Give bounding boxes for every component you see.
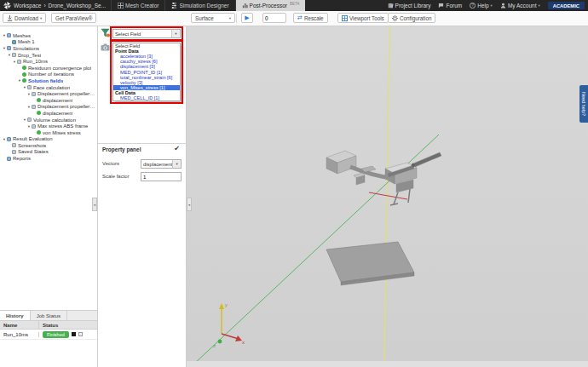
tree-item-max-stress-abs-frame[interactable]: ▾Max stress ABS frame — [0, 123, 96, 129]
tree-item-volume-calculation[interactable]: ▾Volume calculation — [0, 117, 96, 123]
result-icon — [37, 111, 41, 115]
app-tabs: Mesh Creator Simulation Designer Post-Pr… — [111, 0, 305, 11]
simscale-logo-icon[interactable] — [3, 2, 11, 9]
representation-select[interactable]: Surface ▾ — [191, 13, 235, 23]
tree-item-screenshots[interactable]: Screenshots — [0, 142, 96, 149]
vectors-select[interactable]: displacement ▾ — [141, 159, 182, 169]
calculation-icon — [27, 118, 32, 122]
tree-item-displacement-1[interactable]: displacement — [0, 97, 96, 104]
vectors-label: Vectors — [102, 161, 119, 166]
collapse-tree-panel-handle[interactable]: ◂ — [92, 198, 97, 211]
configuration-button[interactable]: Configuration — [388, 13, 435, 23]
help-icon: ? — [470, 3, 476, 9]
tab-post-processor[interactable]: Post-Processor BETA — [235, 0, 306, 11]
tree-item-displacement-propeller-tip-1[interactable]: ▾Displacement propeller tip 1 — [0, 90, 96, 97]
play-icon: ▶ — [245, 14, 249, 21]
history-tabs: History Job Status — [0, 311, 97, 321]
tree-item-label: Face calculation — [33, 85, 70, 90]
history-row[interactable]: Run_10ms Finished — [0, 330, 97, 340]
get-paraview-button[interactable]: Get ParaView® — [51, 13, 96, 23]
frame-input[interactable] — [262, 13, 286, 23]
drone-model — [326, 151, 441, 205]
tree-item-reports[interactable]: Reports — [0, 155, 96, 162]
filters-icon[interactable] — [101, 28, 110, 37]
camera-icon[interactable] — [101, 43, 110, 51]
result-icon — [37, 98, 41, 102]
forum-link[interactable]: Forum — [438, 3, 462, 9]
apply-check-icon[interactable]: ✔ — [174, 145, 180, 152]
scale-factor-input[interactable] — [141, 172, 182, 181]
project-name[interactable]: Drone_Workshop_Se... — [49, 3, 106, 9]
viewport-bottom-strip — [187, 361, 588, 367]
mesh-grid-icon — [118, 3, 124, 9]
download-label: Download — [14, 15, 38, 21]
rescale-button[interactable]: ⇄ Rescale — [293, 13, 328, 23]
tree-item-saved-states[interactable]: Saved States — [0, 149, 96, 156]
tree-item-run-10ms[interactable]: ▾Run_10ms — [0, 58, 96, 65]
saved-states-icon — [12, 150, 16, 154]
tree-item-face-calculation[interactable]: ▾Face calculation — [0, 84, 96, 91]
tree-item-displacement-2[interactable]: displacement — [0, 110, 96, 117]
tree-item-displacement-propeller-tip-2[interactable]: ▾Displacement propeller tip 2 — [0, 104, 96, 111]
run-name: Run_10ms — [0, 332, 39, 337]
collapse-filter-panel-handle[interactable]: ◂ — [187, 198, 192, 211]
tab-job-status[interactable]: Job Status — [31, 311, 67, 320]
need-help-label: Need help? — [581, 92, 586, 116]
field-option[interactable]: MED_CELL_ID [1] — [113, 95, 180, 100]
axis-x-label: x — [242, 340, 245, 345]
calculation-icon — [27, 85, 32, 89]
tree-item-drop-test[interactable]: ▾Drop_Test — [0, 52, 96, 59]
world-axes — [193, 26, 439, 367]
my-account-menu[interactable]: My Account ▾ — [500, 3, 540, 9]
mesh-icon — [12, 40, 16, 44]
result-icon — [22, 72, 26, 77]
simulation-icon — [12, 53, 16, 57]
chevron-down-icon: ▾ — [40, 16, 42, 20]
tree-item-mesh-1[interactable]: Mesh 1 — [0, 39, 96, 46]
tree-item-number-of-iterations[interactable]: Number of iterations — [0, 72, 96, 78]
project-library-link[interactable]: Project Library — [388, 3, 431, 9]
user-icon — [500, 3, 506, 9]
breadcrumb: Workspace › Drone_Workshop_Se... — [0, 0, 111, 11]
gear-icon — [392, 15, 398, 21]
workspace-label[interactable]: Workspace — [14, 3, 41, 9]
toolbar-divider — [236, 14, 237, 23]
property-panel-title: Property panel — [102, 146, 141, 152]
folder-icon — [7, 137, 11, 141]
tree-item-label: Displacement propeller tip 1 — [37, 91, 96, 96]
chevron-down-icon: ▾ — [229, 16, 231, 20]
tree-item-label: Residuum convergence plot — [28, 66, 91, 71]
viewport-3d-scene[interactable]: y x z — [187, 26, 588, 367]
run-icon — [17, 60, 21, 64]
viewport-3d[interactable]: y x z — [187, 26, 588, 367]
need-help-tab[interactable]: Need help? — [579, 85, 588, 123]
tree-item-residuum-convergence-plot[interactable]: Residuum convergence plot — [0, 65, 96, 72]
collapse-left-icon: ◂ — [188, 203, 190, 207]
tree-item-label: Saved States — [18, 149, 49, 154]
tree-item-simulations[interactable]: ▾Simulations — [0, 45, 96, 52]
help-label: Help — [477, 3, 488, 9]
rescale-label: Rescale — [304, 15, 324, 21]
help-menu[interactable]: ? Help ▾ — [470, 3, 493, 9]
status-badge: Finished — [43, 331, 69, 338]
download-button[interactable]: Download ▾ — [3, 13, 46, 23]
project-tree-panel: ▾Meshes Mesh 1 ▾Simulations ▾Drop_Test ▾… — [0, 26, 98, 367]
tree-item-label: Displacement propeller tip 2 — [37, 104, 96, 109]
project-tree: ▾Meshes Mesh 1 ▾Simulations ▾Drop_Test ▾… — [0, 32, 96, 162]
tab-history[interactable]: History — [0, 311, 31, 320]
viewport-tools-button[interactable]: Viewport Tools — [337, 13, 389, 23]
delete-icon[interactable] — [78, 332, 83, 336]
stop-icon[interactable] — [72, 332, 76, 336]
tree-item-solution-fields[interactable]: ▾Solution fields — [0, 77, 96, 84]
tab-simulation-designer[interactable]: Simulation Designer — [164, 0, 234, 11]
tree-item-result-evaluation[interactable]: ▾Result Evaluation — [0, 136, 96, 143]
tree-item-von-mises-stress[interactable]: von Mises stress — [0, 129, 96, 136]
tree-item-meshes[interactable]: ▾Meshes — [0, 32, 96, 39]
column-status: Status — [39, 321, 97, 329]
play-button[interactable]: ▶ — [241, 13, 253, 23]
floor-plate — [326, 242, 414, 285]
field-select-dropdown[interactable]: Select Field ▾ — [112, 29, 181, 38]
sliders-icon — [171, 3, 177, 9]
result-icon — [37, 130, 41, 135]
tab-mesh-creator[interactable]: Mesh Creator — [111, 0, 164, 11]
